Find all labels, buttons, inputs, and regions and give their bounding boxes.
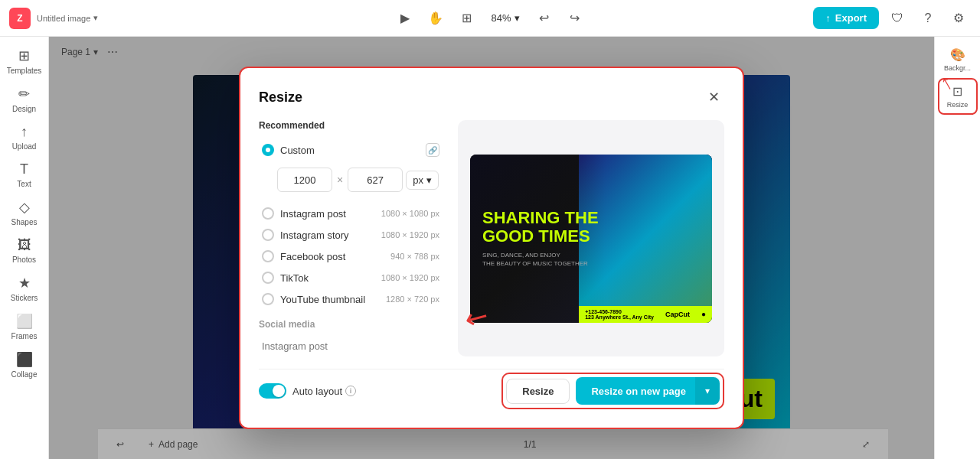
sidebar-item-stickers[interactable]: ★ Stickers [5,270,44,307]
layout-button[interactable]: ⊞ [454,6,479,31]
left-sidebar: ⊞ Templates ✏ Design ↑ Upload T Text ◇ S… [0,37,49,459]
main-layout: ⊞ Templates ✏ Design ↑ Upload T Text ◇ S… [0,37,980,459]
preview-title-line1: SHARING THE [482,209,599,227]
help-icon-btn[interactable]: ? [916,6,940,31]
preview-concert-inner [579,155,712,323]
modal-right-preview: SHARING THE GOOD TIMES SING, DANCE, AND … [458,120,724,356]
social-section: Social media Instagram post [259,319,443,356]
export-button[interactable]: ↑ Export [813,7,879,29]
info-icon[interactable]: i [345,386,356,396]
width-input[interactable] [277,168,332,192]
preview-capcut: CapCut [665,311,690,318]
recommended-label: Recommended [259,120,443,131]
modal-close-button[interactable]: ✕ [703,86,724,108]
custom-label: Custom [280,145,420,156]
preview-bottom-bar: +123-456-7890123 Anywhere St., Any City … [579,306,712,323]
sidebar-item-templates[interactable]: ⊞ Templates [5,43,44,80]
app-logo: Z [9,8,31,29]
instagram-post-size: 1080 × 1080 px [381,209,439,218]
redo-button[interactable]: ↪ [563,6,587,31]
dropdown-chevron: ▾ [705,386,710,396]
toggle-track[interactable] [259,383,286,399]
youtube-radio[interactable] [262,293,274,305]
design-icon: ✏ [18,86,30,103]
sidebar-item-frames[interactable]: ⬜ Frames [5,308,44,345]
resize-new-group: Resize on new page ▾ [576,377,720,405]
facebook-post-label: Facebook post [280,251,384,262]
collage-icon: ⬛ [16,351,33,368]
text-icon: T [20,161,28,177]
social-instagram-post[interactable]: Instagram post [259,336,443,356]
unit-selector[interactable]: px ▾ [406,171,439,190]
sidebar-item-shapes[interactable]: ◇ Shapes [5,194,44,231]
modal-overlay: Resize ✕ Recommended Custom 🔗 [49,37,934,459]
instagram-post-radio[interactable] [262,207,274,220]
play-button[interactable]: ▶ [393,6,417,31]
unit-chevron: ▾ [426,174,432,186]
toolbar-center: ▶ ✋ ⊞ 84% ▾ ↩ ↪ [393,6,586,31]
sidebar-item-upload[interactable]: ↑ Upload [5,119,44,155]
preview-concert-bg [579,155,712,323]
youtube-size: 1280 × 720 px [386,295,439,304]
zoom-chevron: ▾ [514,12,520,24]
preview-dot: ● [701,310,706,318]
preview-image: SHARING THE GOOD TIMES SING, DANCE, AND … [470,155,712,323]
preview-subtitle: SING, DANCE, AND ENJOYTHE BEAUTY OF MUSI… [482,251,599,268]
sidebar-item-collage[interactable]: ⬛ Collage [5,347,44,383]
sidebar-item-photos[interactable]: 🖼 Photos [5,233,44,269]
background-icon: 🎨 [950,47,965,62]
resize-modal: Resize ✕ Recommended Custom 🔗 [239,67,744,429]
option-tiktok[interactable]: TikTok 1080 × 1920 px [259,267,443,288]
tiktok-radio[interactable] [262,272,274,284]
dimension-inputs: × px ▾ [277,168,443,192]
instagram-story-radio[interactable] [262,229,274,241]
zoom-control[interactable]: 84% ▾ [485,9,525,27]
instagram-post-label: Instagram post [280,208,375,220]
modal-header: Resize ✕ [259,86,724,108]
hand-tool-button[interactable]: ✋ [423,6,448,31]
preview-address: +123-456-7890123 Anywhere St., Any City [585,309,654,320]
option-custom[interactable]: Custom 🔗 [259,138,443,161]
undo-button[interactable]: ↩ [532,6,557,31]
facebook-post-size: 940 × 788 px [390,252,439,261]
option-youtube-thumbnail[interactable]: YouTube thumbnail 1280 × 720 px [259,288,443,310]
settings-icon-btn[interactable]: ⚙ [946,6,971,31]
footer-actions: Resize Resize on new page ▾ [501,373,724,409]
preview-inner: SHARING THE GOOD TIMES SING, DANCE, AND … [470,155,712,323]
tiktok-size: 1080 × 1920 px [381,273,439,282]
file-title[interactable]: Untitled image ▾ [37,13,98,23]
canvas-area: Page 1 ▾ ⋯ pCut Resize ✕ Recommended [49,37,934,459]
photos-icon: 🖼 [18,237,31,253]
resize-new-dropdown-button[interactable]: ▾ [695,377,720,405]
modal-title: Resize [259,90,302,106]
option-instagram-post[interactable]: Instagram post 1080 × 1080 px [259,203,443,224]
sidebar-item-text[interactable]: T Text [5,157,44,193]
upload-icon: ↑ [21,124,28,140]
sidebar-item-design[interactable]: ✏ Design [5,81,44,118]
height-input[interactable] [348,168,403,192]
option-facebook-post[interactable]: Facebook post 940 × 788 px [259,246,443,267]
modal-body: Recommended Custom 🔗 × [259,120,724,356]
title-chevron: ▾ [93,13,98,23]
upload-icon: ↑ [825,12,831,24]
instagram-story-size: 1080 × 1920 px [381,230,439,239]
right-sidebar: 🎨 Backgr... ⊡ Resize ↑ [934,37,980,459]
resize-new-page-button[interactable]: Resize on new page [576,377,701,405]
modal-footer: Auto layout i Resize Resize on new page … [259,369,724,409]
facebook-post-radio[interactable] [262,250,274,262]
shield-icon-btn[interactable]: 🛡 [885,6,910,31]
custom-radio[interactable] [262,144,274,156]
toggle-thumb [273,385,285,397]
stickers-icon: ★ [18,275,31,291]
link-icon[interactable]: 🔗 [426,143,439,157]
auto-layout-label: Auto layout i [292,386,356,397]
toolbar-right: ↑ Export 🛡 ? ⚙ [813,6,971,31]
templates-icon: ⊞ [18,47,30,64]
tiktok-label: TikTok [280,272,375,284]
preview-title-line2: GOOD TIMES [482,227,599,246]
option-instagram-story[interactable]: Instagram story 1080 × 1920 px [259,224,443,246]
resize-button[interactable]: Resize [506,379,570,404]
auto-layout-toggle: Auto layout i [259,383,356,399]
instagram-story-label: Instagram story [280,230,375,241]
shapes-icon: ◇ [19,199,30,216]
